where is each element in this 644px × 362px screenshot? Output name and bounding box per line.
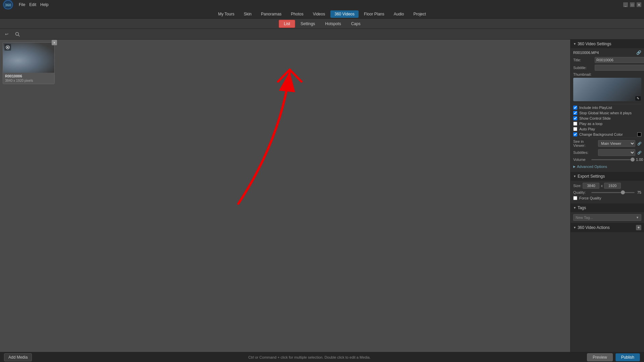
- change-bg-color-row[interactable]: Change Background Color: [573, 132, 641, 136]
- subtitle-input[interactable]: [595, 65, 644, 71]
- subnav-hotspots[interactable]: Hotspots: [320, 20, 345, 27]
- quality-row: Quality: 75: [573, 190, 641, 194]
- panel-360-video-settings-header[interactable]: ▼ 360 Video Settings: [571, 40, 644, 48]
- app-logo: 360: [3, 0, 13, 10]
- viewer-link-icon[interactable]: 🔗: [637, 142, 641, 145]
- nav-my-tours[interactable]: My Tours: [214, 10, 238, 18]
- volume-row: Volume 1.00: [573, 158, 641, 162]
- volume-label: Volume: [573, 158, 590, 162]
- nav-skin[interactable]: Skin: [240, 10, 256, 18]
- thumbnail-filename: R0010006: [3, 73, 54, 79]
- volume-slider[interactable]: [591, 159, 635, 160]
- tag-placeholder: New Tag...: [576, 216, 636, 220]
- nav-audio[interactable]: Audio: [390, 10, 408, 18]
- play-as-loop-checkbox[interactable]: [573, 122, 577, 126]
- actions-add-button[interactable]: +: [636, 225, 641, 230]
- size-height-input[interactable]: [604, 183, 621, 189]
- svg-text:360: 360: [5, 3, 11, 7]
- bg-color-swatch[interactable]: [637, 132, 641, 136]
- tags-header[interactable]: ▼ Tags: [571, 203, 644, 212]
- actions-content: [571, 232, 644, 252]
- search-icon[interactable]: [13, 30, 21, 38]
- main-canvas[interactable]: × R0010006 3840 x 1920 pixels: [0, 40, 570, 352]
- thumbnail-close-button[interactable]: ×: [52, 40, 57, 45]
- subtitles-link-icon[interactable]: 🔗: [637, 151, 641, 155]
- filename-label: R0010006.MP4: [573, 51, 599, 55]
- force-quality-row[interactable]: Force Quality: [573, 196, 641, 200]
- close-button[interactable]: ✕: [637, 2, 641, 7]
- svg-line-3: [18, 35, 20, 36]
- preview-button[interactable]: Preview: [587, 353, 613, 361]
- export-settings-header[interactable]: ▼ Export Settings: [571, 172, 644, 181]
- stop-global-music-row[interactable]: Stop Global Music when it plays: [573, 111, 641, 115]
- thumbnail-display-inner: [573, 78, 641, 101]
- include-playlist-checkbox[interactable]: [573, 106, 577, 110]
- auto-play-checkbox[interactable]: [573, 127, 577, 131]
- nav-videos[interactable]: Videos: [309, 10, 329, 18]
- size-label: Size:: [573, 184, 581, 188]
- change-bg-color-checkbox[interactable]: [573, 132, 577, 136]
- minimize-button[interactable]: _: [623, 2, 628, 7]
- thumbnail-edit-button[interactable]: ✎: [635, 96, 641, 101]
- tag-input-wrapper[interactable]: New Tag... ▼: [573, 214, 641, 221]
- menu-help[interactable]: Help: [40, 2, 49, 7]
- title-bar: 360 File Edit Help _ □ ✕: [0, 0, 644, 9]
- menu-file[interactable]: File: [19, 2, 25, 7]
- quality-label: Quality:: [573, 190, 590, 194]
- title-bar-controls: _ □ ✕: [623, 2, 641, 7]
- nav-panoramas[interactable]: Panoramas: [257, 10, 285, 18]
- subtitles-select[interactable]: [598, 149, 635, 156]
- title-bar-menu: File Edit Help: [19, 2, 49, 7]
- red-arrow-annotation: [0, 40, 570, 352]
- nav-project[interactable]: Project: [409, 10, 430, 18]
- include-playlist-row[interactable]: Include into PlayList: [573, 106, 641, 110]
- actions-header[interactable]: ▼ 360 Video Actions +: [571, 223, 644, 232]
- nav-photos[interactable]: Photos: [287, 10, 307, 18]
- file-link-icon[interactable]: 🔗: [636, 50, 641, 55]
- play-as-loop-row[interactable]: Play as a loop: [573, 122, 641, 126]
- actions-collapse-icon: ▼: [573, 226, 576, 229]
- thumbnail-field-label: Thumbnail:: [573, 72, 641, 76]
- size-width-input[interactable]: [583, 183, 599, 189]
- thumbnail-dimensions: 3840 x 1920 pixels: [3, 79, 54, 84]
- advanced-options-link[interactable]: ▶ Advanced Options: [573, 163, 641, 170]
- undo-icon[interactable]: ↩: [3, 30, 11, 38]
- status-bar: Add Media Ctrl or Command + click for mu…: [0, 352, 644, 362]
- add-media-button[interactable]: Add Media: [4, 353, 32, 361]
- maximize-button[interactable]: □: [630, 2, 635, 7]
- menu-edit[interactable]: Edit: [29, 2, 36, 7]
- svg-line-7: [278, 70, 290, 82]
- nav-floor-plans[interactable]: Floor Plans: [360, 10, 388, 18]
- change-bg-color-label: Change Background Color: [579, 132, 623, 136]
- export-settings-label: Export Settings: [578, 174, 605, 179]
- quality-slider[interactable]: [591, 192, 635, 193]
- title-input[interactable]: [595, 57, 644, 63]
- svg-line-8: [290, 70, 302, 82]
- subtitles-row: Subtitles: 🔗: [573, 149, 641, 156]
- show-control-slide-checkbox[interactable]: [573, 116, 577, 120]
- viewer-select[interactable]: Main Viewer: [598, 140, 635, 147]
- subnav-caps[interactable]: Caps: [346, 20, 365, 27]
- subtitles-label: Subtitles:: [573, 150, 597, 155]
- thumbnail-display[interactable]: ✎: [573, 78, 641, 101]
- subnav-list[interactable]: List: [279, 20, 295, 28]
- subtitle-label: Subtitle:: [573, 66, 593, 70]
- subnav-settings[interactable]: Settings: [296, 20, 320, 27]
- thumbnail-card[interactable]: × R0010006 3840 x 1920 pixels: [3, 42, 55, 84]
- publish-button[interactable]: Publish: [615, 353, 640, 361]
- quality-value: 75: [636, 190, 641, 194]
- tag-dropdown-icon[interactable]: ▼: [636, 216, 639, 219]
- show-control-slide-row[interactable]: Show Control Slide: [573, 116, 641, 120]
- nav-360-videos[interactable]: 360 Videos: [330, 10, 359, 18]
- viewer-label: See in Viewer:: [573, 139, 597, 147]
- divider-2: [573, 138, 641, 138]
- actions-label: 360 Video Actions: [578, 225, 610, 230]
- collapse-icon: ▼: [573, 42, 576, 46]
- force-quality-checkbox[interactable]: [573, 196, 577, 200]
- auto-play-row[interactable]: Auto Play: [573, 127, 641, 131]
- stop-global-music-checkbox[interactable]: [573, 111, 577, 115]
- advanced-options-label: Advanced Options: [577, 165, 607, 169]
- show-control-slide-label: Show Control Slide: [579, 116, 611, 120]
- title-field-row: Title:: [573, 57, 641, 63]
- auto-play-label: Auto Play: [579, 127, 595, 131]
